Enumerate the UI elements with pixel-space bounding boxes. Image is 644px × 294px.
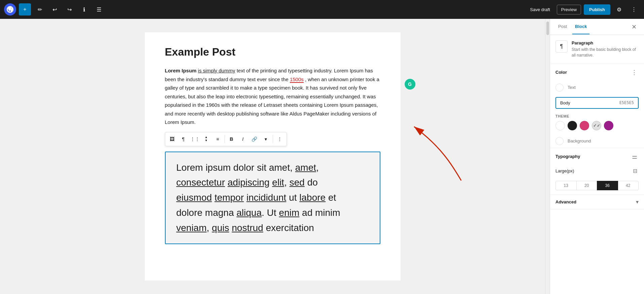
move-up-button[interactable]: ▲ — [205, 136, 208, 139]
size-controls-button[interactable]: ⊟ — [632, 166, 639, 175]
body-paragraph[interactable]: Lorem Ipsum is simply dummy text of the … — [165, 66, 380, 127]
content-block[interactable]: Lorem ipsum dolor sit amet, amet, consec… — [165, 152, 380, 244]
link-dropdown-button[interactable]: ▾ — [261, 134, 271, 144]
grammarly-icon[interactable]: G — [405, 79, 415, 90]
edit-button[interactable]: ✏ — [34, 3, 46, 15]
post-title[interactable]: Example Post — [165, 46, 380, 58]
adipiscing-link[interactable]: adipiscing — [228, 177, 270, 188]
vertical-scrollbar-area — [545, 19, 550, 294]
editor-area: Example Post Lorem Ipsum is simply dummy… — [0, 19, 545, 294]
bold-icon: B — [230, 136, 233, 142]
paragraph-button[interactable]: ¶ — [178, 134, 189, 144]
tab-post[interactable]: Post — [555, 19, 570, 34]
typography-section-header[interactable]: Typography ⚌ — [550, 148, 644, 165]
main-layout: Example Post Lorem Ipsum is simply dummy… — [0, 19, 644, 294]
redo-button[interactable]: ↪ — [63, 3, 75, 15]
toolbar-divider — [225, 135, 225, 143]
redo-icon: ↪ — [67, 6, 72, 13]
drag-icon: ⋮⋮ — [190, 136, 200, 142]
tempor-link[interactable]: tempor — [214, 192, 244, 203]
amet-link[interactable]: amet — [295, 162, 316, 173]
size-label: Large(px) — [555, 168, 574, 173]
consectetur-link[interactable]: consectetur — [176, 177, 225, 188]
labore-link[interactable]: labore — [299, 192, 326, 203]
red-link-text[interactable]: 1500s — [290, 76, 304, 83]
swatch-purple[interactable] — [604, 121, 613, 130]
swatch-black[interactable] — [568, 121, 577, 130]
image-block-button[interactable]: 🖼 — [167, 134, 177, 144]
chevron-down-icon: ▾ — [265, 136, 267, 142]
color-section: Color ⋮ Text Body E5E5E5 THEME — [550, 64, 644, 148]
move-down-button[interactable]: ▼ — [205, 139, 208, 142]
undo-button[interactable]: ↩ — [48, 3, 61, 15]
text-color-circle — [555, 84, 564, 92]
align-button[interactable]: ≡ — [212, 134, 223, 144]
text-color-option[interactable]: Text — [550, 81, 644, 94]
scrollbar-thumb[interactable] — [546, 22, 549, 35]
wordpress-logo[interactable] — [4, 3, 16, 15]
block-toolbar: 🖼 ¶ ⋮⋮ ▲ ▼ ≡ B — [165, 132, 287, 146]
nostrud-link[interactable]: nostrud — [232, 223, 263, 233]
font-size-options: 13 20 36 42 — [550, 179, 644, 194]
background-color-option[interactable]: Background — [550, 134, 644, 148]
list-view-button[interactable]: ☰ — [93, 3, 105, 15]
color-picker-popup: Body E5E5E5 — [555, 97, 639, 109]
veniam-link[interactable]: veniam — [176, 223, 207, 233]
sed-link[interactable]: sed — [290, 177, 305, 188]
publish-button[interactable]: Publish — [584, 4, 610, 15]
body-color-label: Body — [560, 100, 619, 105]
pencil-icon: ✏ — [38, 6, 42, 13]
elit-link[interactable]: elit — [272, 177, 284, 188]
paragraph-icon: ¶ — [182, 136, 185, 142]
right-sidebar: Post Block ✕ ¶ Paragraph Start with the … — [550, 19, 644, 294]
block-info-text: Paragraph Start with the basic building … — [572, 40, 639, 58]
settings-button[interactable]: ⚙ — [613, 3, 625, 15]
drag-handle[interactable]: ⋮⋮ — [190, 134, 200, 144]
list-icon: ☰ — [97, 6, 101, 13]
bold-button[interactable]: B — [226, 134, 237, 144]
incididunt-link[interactable]: incididunt — [246, 192, 286, 203]
swatch-pink[interactable] — [580, 121, 589, 130]
advanced-section: Advanced ▾ — [550, 195, 644, 209]
toolbar-divider-2 — [273, 135, 273, 143]
save-draft-button[interactable]: Save draft — [526, 5, 554, 14]
background-color-label: Background — [568, 138, 591, 143]
sidebar-close-button[interactable]: ✕ — [629, 22, 639, 32]
more-options-button[interactable]: ⋮ — [628, 3, 640, 15]
swatch-light-check[interactable]: ✓ — [592, 121, 601, 130]
link-button[interactable]: 🔗 — [249, 134, 260, 144]
quis-link[interactable]: quis — [212, 223, 229, 233]
preview-button[interactable]: Preview — [557, 5, 581, 14]
tab-block[interactable]: Block — [572, 19, 589, 34]
font-size-36[interactable]: 36 — [597, 181, 618, 190]
italic-button[interactable]: I — [238, 134, 248, 144]
three-dots-icon: ⋮ — [277, 136, 282, 142]
advanced-section-title: Advanced — [555, 199, 576, 204]
undo-icon: ↩ — [53, 6, 57, 13]
info-button[interactable]: ℹ — [78, 3, 90, 15]
theme-section: THEME ✓ — [550, 111, 644, 134]
top-toolbar: + ✏ ↩ ↪ ℹ ☰ Save draft Preview Publish ⚙… — [0, 0, 644, 19]
plus-icon: + — [23, 6, 26, 12]
enim-link[interactable]: enim — [279, 207, 300, 218]
aliqua-link[interactable]: aliqua — [237, 207, 262, 218]
eiusmod-link[interactable]: eiusmod — [176, 192, 212, 203]
swatch-white[interactable] — [555, 121, 565, 130]
info-icon: ℹ — [83, 6, 85, 13]
font-size-42[interactable]: 42 — [618, 181, 639, 190]
font-size-13[interactable]: 13 — [555, 181, 577, 190]
underlined-text: is simply dummy — [198, 68, 235, 73]
editor-content: Example Post Lorem Ipsum is simply dummy… — [145, 32, 401, 281]
top-bar-right: Save draft Preview Publish ⚙ ⋮ — [526, 3, 640, 15]
typography-section-menu-button[interactable]: ⚌ — [631, 152, 639, 161]
color-section-menu-button[interactable]: ⋮ — [630, 68, 639, 77]
block-name-label: Paragraph — [572, 40, 639, 45]
color-section-header[interactable]: Color ⋮ — [550, 64, 644, 81]
advanced-section-header[interactable]: Advanced ▾ — [550, 195, 644, 209]
align-icon: ≡ — [216, 136, 219, 142]
theme-label: THEME — [555, 114, 639, 118]
more-block-options-button[interactable]: ⋮ — [274, 134, 285, 144]
block-info: ¶ Paragraph Start with the basic buildin… — [550, 35, 644, 64]
add-block-button[interactable]: + — [19, 3, 31, 15]
font-size-20[interactable]: 20 — [576, 181, 598, 190]
